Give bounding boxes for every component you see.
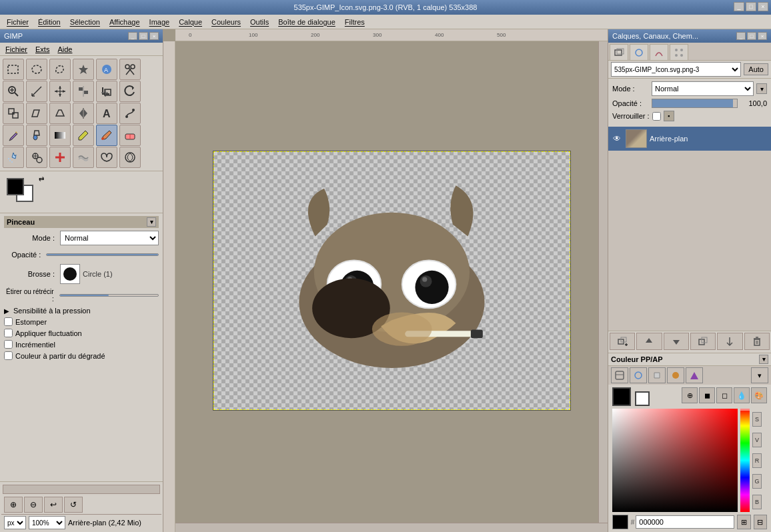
foreground-color-swatch[interactable]	[7, 178, 24, 195]
stretch-slider[interactable]	[59, 294, 159, 297]
hex-copy-btn[interactable]: ⊞	[737, 515, 750, 529]
opacity-slider[interactable]	[46, 253, 159, 256]
toolbox-action-3[interactable]: ↩	[44, 497, 63, 513]
color-panel-expand[interactable]: ▾	[759, 355, 768, 364]
eraser-tool[interactable]	[119, 125, 141, 146]
canvas-vscrollbar[interactable]	[598, 41, 608, 523]
toolbox-menu-aide[interactable]: Aide	[55, 45, 75, 54]
channel-r-btn[interactable]: R	[752, 453, 762, 468]
brush-preview[interactable]	[60, 264, 80, 284]
airbrush-tool[interactable]	[3, 147, 24, 168]
menu-fichier[interactable]: Fichier	[3, 17, 33, 27]
color-mix-btn[interactable]: ⊕	[682, 387, 698, 403]
color-black-btn[interactable]: ◼	[699, 387, 715, 403]
layer-visibility-icon[interactable]: 👁	[611, 133, 623, 145]
toolbox-action-1[interactable]: ⊕	[4, 497, 23, 513]
toolbox-close[interactable]: ×	[149, 32, 159, 40]
channel-s-btn[interactable]: S	[752, 412, 762, 427]
color-tab-3[interactable]	[648, 367, 666, 383]
menu-image[interactable]: Image	[145, 17, 174, 27]
menu-edition[interactable]: Édition	[34, 17, 65, 27]
clone-tool[interactable]	[26, 147, 47, 168]
perspective-tool[interactable]	[49, 103, 71, 124]
layer-mode-expand[interactable]: ▾	[756, 83, 767, 94]
hex-paste-btn[interactable]: ⊟	[754, 515, 767, 529]
toolbox-menu-fichier[interactable]: Fichier	[3, 45, 30, 54]
color-preview-swatch[interactable]	[612, 515, 628, 529]
layers-close[interactable]: ×	[758, 32, 767, 40]
layers-maximize[interactable]: □	[747, 32, 756, 40]
auto-button[interactable]: Auto	[744, 63, 768, 75]
tab-channels[interactable]	[630, 44, 648, 60]
minimize-btn[interactable]: _	[734, 2, 744, 11]
layer-item-background[interactable]: 👁 Arrière-plan	[608, 127, 771, 151]
tab-layers[interactable]	[610, 44, 628, 60]
sensitivity-expander[interactable]: ▶	[4, 307, 9, 315]
menu-couleurs[interactable]: Couleurs	[207, 17, 245, 27]
incrementiel-checkbox[interactable]	[4, 340, 13, 349]
color-replace-tool[interactable]: A	[96, 59, 117, 80]
color-white-btn[interactable]: ◻	[716, 387, 732, 403]
color-picker-tool[interactable]	[3, 125, 24, 146]
pencil-tool[interactable]	[73, 125, 94, 146]
unit-select[interactable]: px	[4, 516, 26, 529]
menu-outils[interactable]: Outils	[246, 17, 273, 27]
layer-opacity-slider[interactable]	[652, 99, 738, 108]
smudge-tool[interactable]	[73, 147, 94, 168]
bg-color-large[interactable]	[635, 391, 650, 406]
layer-action-duplicate[interactable]	[690, 333, 716, 350]
toolbox-menu-exts[interactable]: Exts	[33, 45, 52, 54]
color-hue-bar[interactable]	[740, 409, 750, 512]
stretch-slider-track[interactable]	[59, 290, 159, 301]
zoom-select[interactable]: 100%	[29, 516, 65, 529]
color-tab-5[interactable]	[686, 367, 703, 383]
rotate-tool[interactable]	[119, 81, 141, 102]
crop-tool[interactable]	[96, 81, 117, 102]
menu-boite[interactable]: Boîte de dialogue	[274, 17, 339, 27]
lasso-tool[interactable]	[49, 59, 71, 80]
degrade-checkbox[interactable]	[4, 351, 13, 360]
color-tab-2[interactable]	[630, 367, 647, 383]
rect-select-tool[interactable]	[3, 59, 24, 80]
text-tool[interactable]: A	[96, 103, 117, 124]
channel-v-btn[interactable]: V	[752, 433, 762, 447]
toolbox-minimize[interactable]: _	[128, 32, 137, 40]
zoom-tool[interactable]	[3, 81, 24, 102]
color-swap-icon[interactable]: ⇄	[39, 175, 44, 183]
toolbox-hscrollbar[interactable]	[3, 485, 160, 494]
paintbrush-tool[interactable]	[96, 125, 117, 146]
path-tool[interactable]	[119, 103, 141, 124]
tab-extra[interactable]	[670, 44, 688, 60]
canvas-hscrollbar[interactable]	[175, 523, 608, 532]
menu-affichage[interactable]: Affichage	[105, 17, 144, 27]
color-hex-input[interactable]	[636, 515, 734, 529]
layer-action-up[interactable]	[636, 333, 662, 350]
opacity-slider-track[interactable]	[46, 249, 159, 260]
measure-tool[interactable]	[26, 81, 47, 102]
lock-pattern-icon[interactable]: ▪	[664, 111, 674, 121]
tab-paths[interactable]	[650, 44, 668, 60]
color-tab-1[interactable]	[611, 367, 628, 383]
color-tab-4[interactable]	[667, 367, 684, 383]
channel-b-btn[interactable]: B	[752, 495, 762, 509]
toolbox-action-4[interactable]: ↺	[64, 497, 83, 513]
file-select[interactable]: 535px-GIMP_Icon.svg.png-3	[611, 62, 741, 77]
layer-lock-checkbox[interactable]	[652, 112, 661, 121]
dodge-burn-tool[interactable]	[96, 147, 117, 168]
toolbox-action-2[interactable]: ⊖	[24, 497, 43, 513]
menu-filtres[interactable]: Filtres	[341, 17, 369, 27]
blend-tool[interactable]	[49, 125, 71, 146]
menu-selection[interactable]: Sélection	[66, 17, 104, 27]
color-eyedropper-btn[interactable]: 💧	[734, 387, 750, 403]
brush-options-expand[interactable]: ▾	[147, 217, 156, 227]
channel-g-btn[interactable]: G	[752, 474, 762, 489]
move-tool[interactable]	[49, 81, 71, 102]
toolbox-maximize[interactable]: □	[139, 32, 148, 40]
heal-tool[interactable]	[49, 147, 71, 168]
layer-mode-select[interactable]: Normal	[652, 81, 754, 96]
maximize-btn[interactable]: □	[746, 2, 756, 11]
mode-select[interactable]: Normal	[60, 231, 159, 245]
color-tab-expand[interactable]: ▾	[751, 367, 768, 383]
fg-color-large[interactable]	[612, 387, 631, 406]
layer-action-anchor[interactable]	[717, 333, 742, 350]
